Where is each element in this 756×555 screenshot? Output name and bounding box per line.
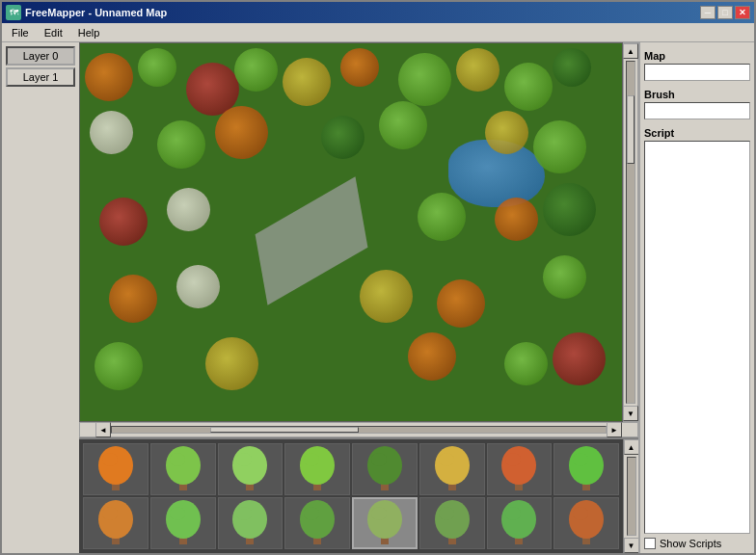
- map-with-scrollbar: ▲ ▼: [79, 42, 638, 422]
- tile-cell[interactable]: [284, 443, 350, 495]
- show-scripts-row: Show Scripts: [644, 538, 750, 549]
- svg-point-32: [236, 507, 252, 520]
- tile-cell[interactable]: [419, 497, 485, 549]
- tile-cell[interactable]: [487, 443, 553, 495]
- svg-point-7: [232, 446, 267, 485]
- map-viewport[interactable]: [79, 42, 623, 422]
- close-button[interactable]: ✕: [735, 6, 750, 19]
- tile-scroll-down[interactable]: ▼: [624, 538, 639, 553]
- svg-point-17: [439, 453, 454, 466]
- layer-panel: Layer 0 Layer 1: [2, 42, 79, 553]
- tile-cell[interactable]: [83, 443, 148, 495]
- map-input[interactable]: [644, 64, 750, 81]
- svg-point-19: [501, 446, 536, 485]
- title-bar: 🗺 FreeMapper - Unnamed Map ─ □ ✕: [2, 2, 754, 23]
- tile-scrollbar: ▲ ▼: [623, 439, 638, 553]
- map-canvas: [80, 43, 622, 421]
- map-tree: [408, 332, 456, 381]
- svg-point-28: [166, 500, 201, 539]
- svg-point-23: [573, 453, 588, 466]
- svg-point-47: [573, 507, 588, 520]
- tile-cell[interactable]: [554, 497, 619, 549]
- right-panel: Map Brush Script Show Scripts: [638, 42, 754, 553]
- vertical-scrollbar: ▲ ▼: [623, 42, 638, 422]
- svg-point-8: [236, 453, 252, 466]
- map-tree: [94, 342, 143, 390]
- tile-cell[interactable]: [150, 497, 216, 549]
- tile-cell[interactable]: [487, 497, 553, 549]
- show-scripts-checkbox[interactable]: [644, 538, 656, 549]
- show-scripts-label: Show Scripts: [660, 538, 721, 549]
- map-tree: [109, 275, 157, 323]
- svg-point-26: [102, 507, 118, 520]
- map-tree: [543, 255, 586, 299]
- app-icon: 🗺: [6, 5, 21, 20]
- svg-point-16: [435, 446, 470, 485]
- map-tree: [437, 279, 485, 328]
- tile-cell[interactable]: [83, 497, 148, 549]
- tile-cell[interactable]: [419, 443, 485, 495]
- window-title: FreeMapper - Unnamed Map: [25, 7, 167, 18]
- map-tree: [283, 58, 331, 106]
- script-textarea[interactable]: [644, 141, 750, 534]
- center-area: ▲ ▼ ◄ ► ▲: [79, 42, 638, 553]
- tile-cell[interactable]: [352, 497, 418, 549]
- menu-edit[interactable]: Edit: [37, 25, 70, 40]
- svg-point-11: [304, 453, 319, 466]
- app-window: 🗺 FreeMapper - Unnamed Map ─ □ ✕ File Ed…: [0, 0, 756, 555]
- map-tree: [456, 48, 500, 92]
- map-tree: [90, 111, 133, 154]
- map-tree: [215, 106, 268, 159]
- map-tree: [418, 193, 466, 241]
- tile-cell[interactable]: [284, 497, 350, 549]
- svg-point-10: [300, 446, 335, 485]
- map-tree: [495, 198, 538, 241]
- tile-cell[interactable]: [150, 443, 216, 495]
- tile-cell[interactable]: [554, 443, 619, 495]
- minimize-button[interactable]: ─: [700, 6, 716, 19]
- vscroll-thumb[interactable]: [627, 95, 634, 164]
- map-tree: [205, 337, 258, 390]
- maximize-button[interactable]: □: [717, 6, 733, 19]
- svg-point-2: [102, 453, 118, 466]
- map-tree: [138, 48, 176, 87]
- horizontal-scrollbar: ◄ ►: [79, 422, 638, 437]
- map-tree: [553, 48, 591, 87]
- map-label: Map: [644, 50, 750, 62]
- svg-point-38: [371, 507, 387, 520]
- brush-input[interactable]: [644, 102, 750, 119]
- tile-scroll-up[interactable]: ▲: [624, 439, 639, 455]
- stone-path: [256, 176, 368, 304]
- map-tree: [504, 342, 548, 385]
- tile-panel: ▲ ▼: [79, 437, 638, 553]
- map-tree: [379, 101, 427, 149]
- map-tree: [504, 63, 553, 111]
- script-label: Script: [644, 127, 750, 139]
- vscroll-track[interactable]: [626, 61, 635, 404]
- tile-grid: [79, 439, 623, 553]
- svg-point-4: [166, 446, 201, 485]
- tile-cell[interactable]: [218, 497, 284, 549]
- map-tree: [360, 270, 413, 323]
- map-tree: [398, 53, 451, 106]
- menu-help[interactable]: Help: [70, 25, 108, 40]
- menu-file[interactable]: File: [4, 25, 37, 40]
- tile-cell[interactable]: [352, 443, 418, 495]
- svg-point-41: [439, 507, 454, 520]
- hscroll-track[interactable]: [111, 426, 607, 434]
- layer-1-button[interactable]: Layer 1: [6, 67, 75, 87]
- layer-0-button[interactable]: Layer 0: [6, 46, 75, 66]
- scroll-left-button[interactable]: ◄: [95, 422, 111, 437]
- window-controls: ─ □ ✕: [700, 6, 750, 19]
- svg-point-34: [300, 500, 335, 539]
- tile-cell[interactable]: [218, 443, 284, 495]
- hscroll-thumb[interactable]: [210, 427, 359, 433]
- scroll-down-button[interactable]: ▼: [623, 406, 638, 421]
- scroll-up-button[interactable]: ▲: [623, 43, 638, 59]
- svg-point-35: [304, 507, 319, 520]
- svg-point-20: [505, 453, 521, 466]
- map-tree: [99, 198, 148, 246]
- main-content: Layer 0 Layer 1 ▲: [2, 42, 754, 553]
- scroll-right-button[interactable]: ►: [607, 422, 622, 437]
- map-tree: [543, 183, 596, 236]
